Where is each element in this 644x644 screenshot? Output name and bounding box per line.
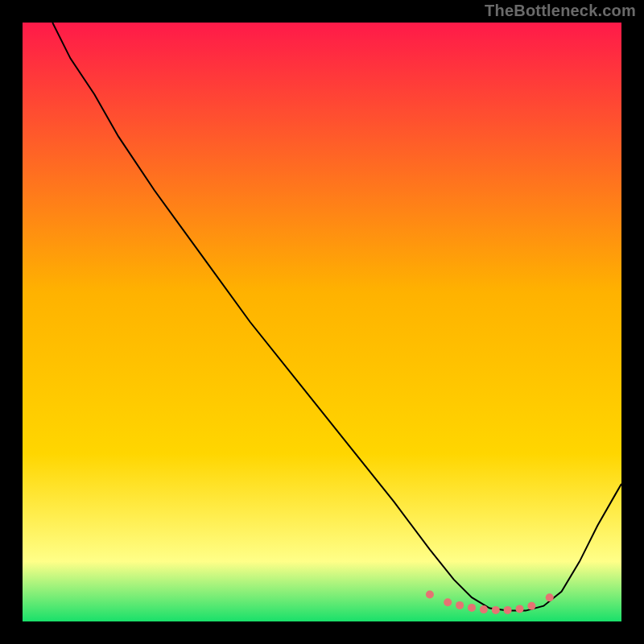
marker-dot xyxy=(527,602,535,610)
chart-frame: TheBottleneck.com xyxy=(0,0,644,644)
marker-dot xyxy=(492,606,500,614)
plot-area xyxy=(23,23,621,621)
marker-dot xyxy=(516,605,524,613)
attribution-label: TheBottleneck.com xyxy=(485,2,636,20)
marker-dot xyxy=(426,591,434,599)
marker-dot xyxy=(480,605,488,613)
marker-dot xyxy=(504,606,512,614)
marker-dot xyxy=(456,601,464,609)
marker-dot xyxy=(444,598,452,606)
bottleneck-chart xyxy=(23,23,621,621)
marker-dot xyxy=(468,604,476,612)
marker-dot xyxy=(546,593,554,601)
gradient-background xyxy=(23,23,621,621)
